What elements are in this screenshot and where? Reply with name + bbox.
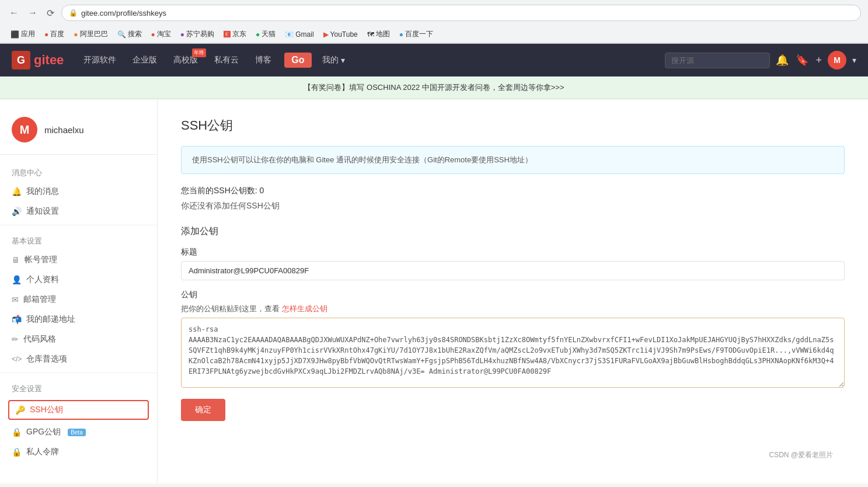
plus-icon[interactable]: + (815, 54, 822, 67)
bookmark-search[interactable]: 🔍 搜索 (114, 28, 145, 40)
nav-go-button[interactable]: Go (284, 53, 311, 68)
bookmark-suning[interactable]: ● 苏宁易购 (177, 28, 218, 40)
sidebar-item-private-token[interactable]: 🔒 私人令牌 (0, 442, 157, 462)
public-key-textarea[interactable] (181, 318, 845, 388)
browser-toolbar: ← → ⟳ 🔒 gitee.com/profile/sshkeys (0, 0, 868, 26)
bookmark-baidu-search[interactable]: ● 百度一下 (396, 28, 437, 40)
nav-university[interactable]: 高校版 年终 (165, 44, 206, 76)
alibaba-icon: ● (74, 30, 78, 39)
mailbox-icon: 📬 (12, 315, 22, 324)
ssh-key-icon: 🔑 (15, 405, 25, 415)
gitee-logo[interactable]: G gitee (12, 51, 64, 69)
title-input[interactable] (181, 261, 845, 280)
baidu-search-icon: ● (399, 30, 403, 39)
baidu-icon: ● (44, 30, 48, 39)
nav-blog[interactable]: 博客 (247, 44, 280, 76)
suning-icon: ● (180, 30, 184, 39)
info-box: 使用SSH公钥可以让你在你的电脑和 Gitee 通讯的时候使用安全连接（Git的… (181, 146, 845, 174)
email-icon: ✉ (12, 295, 19, 304)
user-avatar[interactable]: M (828, 51, 846, 69)
chevron-down-icon: ▾ (341, 55, 345, 65)
message-icon: 🔔 (12, 187, 22, 196)
repo-icon: </> (12, 355, 22, 363)
nav-my-dropdown[interactable]: 我的 ▾ (316, 44, 351, 76)
gpg-icon: 🔒 (12, 427, 22, 437)
bookmark-alibaba[interactable]: ● 阿里巴巴 (70, 28, 111, 40)
public-key-label: 公钥 (181, 290, 845, 300)
nav-opensource[interactable]: 开源软件 (75, 44, 124, 76)
account-icon: 🖥 (12, 255, 20, 265)
sidebar-item-repo-options[interactable]: </> 仓库普选项 (0, 349, 157, 369)
profile-icon: 👤 (12, 275, 22, 284)
sidebar-item-gpg[interactable]: 🔒 GPG公钥 Beta (0, 422, 157, 442)
bookmark-taobao[interactable]: ● 淘宝 (148, 28, 175, 40)
browser-chrome: ← → ⟳ 🔒 gitee.com/profile/sshkeys ⬛ 应用 ●… (0, 0, 868, 44)
bell-icon[interactable]: 🔔 (776, 54, 789, 67)
bookmark-apps[interactable]: ⬛ 应用 (7, 28, 39, 40)
forward-button[interactable]: → (26, 6, 40, 19)
search-input[interactable] (665, 53, 770, 68)
jd-icon: 🅺 (224, 30, 231, 39)
main-content: M michaelxu 消息中心 🔔 我的消息 🔊 通知设置 基本设置 🖥 帐号… (0, 99, 868, 483)
sidebar-item-my-messages[interactable]: 🔔 我的消息 (0, 182, 157, 201)
bookmark-gmail[interactable]: 📧 Gmail (281, 29, 317, 40)
gpg-beta-badge: Beta (68, 429, 86, 436)
bookmark-tmall[interactable]: ● 天猫 (252, 28, 279, 40)
bookmark-baidu[interactable]: ● 百度 (41, 28, 68, 40)
sidebar-item-code-style[interactable]: ✏ 代码风格 (0, 329, 157, 349)
sidebar-divider-2 (0, 373, 157, 373)
apps-icon: ⬛ (11, 30, 19, 39)
nav-enterprise[interactable]: 企业版 (124, 44, 165, 76)
taobao-icon: ● (151, 30, 155, 39)
add-key-section-title: 添加公钥 (181, 225, 845, 238)
sidebar: M michaelxu 消息中心 🔔 我的消息 🔊 通知设置 基本设置 🖥 帐号… (0, 99, 158, 483)
refresh-button[interactable]: ⟳ (44, 6, 57, 20)
maps-icon: 🗺 (367, 30, 374, 39)
gmail-icon: 📧 (285, 30, 294, 39)
logo-box: G (12, 51, 30, 69)
tmall-icon: ● (256, 30, 260, 39)
address-bar[interactable]: 🔒 gitee.com/profile/sshkeys (61, 5, 861, 21)
nav-search-area: 🔔 🔖 + M ▾ (665, 51, 856, 69)
public-key-hint: 把你的公钥粘贴到这里，查看 怎样生成公钥 (181, 304, 845, 314)
footer-text: CSDN @爱看老照片 (769, 451, 833, 459)
sidebar-username: michaelxu (44, 125, 84, 135)
university-badge: 年终 (192, 48, 206, 57)
nav-chevron-icon: ▾ (852, 55, 856, 65)
survey-banner[interactable]: 【有奖问卷】填写 OSCHINA 2022 中国开源开发者问卷，全套周边等你拿>… (0, 76, 868, 99)
no-key-message: 你还没有添加任何SSH公钥 (181, 201, 845, 211)
sidebar-item-ssh[interactable]: 🔑 SSH公钥 (8, 400, 149, 420)
sidebar-item-account[interactable]: 🖥 帐号管理 (0, 250, 157, 270)
url-text: gitee.com/profile/sshkeys (81, 9, 853, 18)
submit-button[interactable]: 确定 (181, 399, 225, 421)
sidebar-user: M michaelxu (0, 111, 157, 155)
sidebar-item-mail-address[interactable]: 📬 我的邮递地址 (0, 309, 157, 329)
info-text: 使用SSH公钥可以让你在你的电脑和 Gitee 通讯的时候使用安全连接（Git的… (192, 155, 532, 164)
code-style-icon: ✏ (12, 335, 19, 344)
nav-icon-group: 🔔 🔖 + (776, 54, 822, 67)
sidebar-section-basic: 基本设置 (0, 229, 157, 250)
bookmark-maps[interactable]: 🗺 地图 (364, 28, 393, 40)
page-footer: CSDN @爱看老照片 (181, 444, 845, 466)
how-to-generate-link[interactable]: 怎样生成公钥 (282, 304, 327, 313)
lock-icon: 🔒 (69, 9, 78, 17)
sidebar-item-notification-settings[interactable]: 🔊 通知设置 (0, 201, 157, 221)
survey-text: 【有奖问卷】填写 OSCHINA 2022 中国开源开发者问卷，全套周边等你拿>… (304, 83, 564, 92)
nav-private-cloud[interactable]: 私有云 (206, 44, 247, 76)
bookmark-icon[interactable]: 🔖 (796, 54, 808, 67)
title-label: 标题 (181, 247, 845, 258)
back-button[interactable]: ← (7, 6, 21, 19)
sidebar-divider-1 (0, 225, 157, 225)
page-title: SSH公钥 (181, 117, 845, 134)
sidebar-section-messages: 消息中心 (0, 161, 157, 182)
page-content: SSH公钥 使用SSH公钥可以让你在你的电脑和 Gitee 通讯的时候使用安全连… (158, 99, 868, 483)
sidebar-item-email[interactable]: ✉ 邮箱管理 (0, 290, 157, 309)
sidebar-avatar: M (12, 117, 37, 142)
sidebar-item-profile[interactable]: 👤 个人资料 (0, 270, 157, 290)
sidebar-section-security: 安全设置 (0, 377, 157, 398)
youtube-icon: ▶ (323, 30, 329, 39)
search-bm-icon: 🔍 (117, 30, 126, 39)
ssh-count: 您当前的SSH公钥数: 0 (181, 186, 845, 196)
bookmark-youtube[interactable]: ▶ YouTube (320, 29, 361, 40)
bookmark-jd[interactable]: 🅺 京东 (220, 28, 250, 40)
